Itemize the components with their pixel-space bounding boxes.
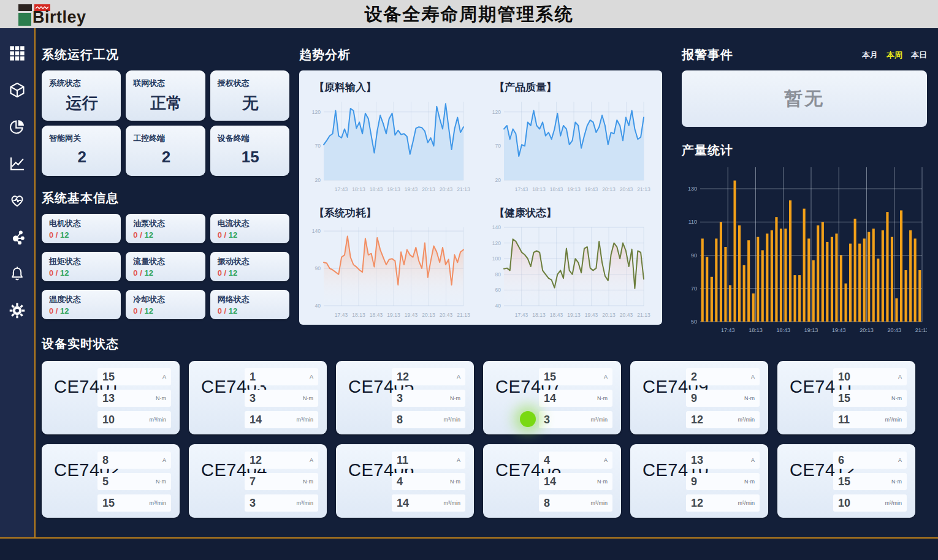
device-metric-value: 9 (691, 392, 697, 405)
chart-power: 409014017:4318:1318:4319:1319:4320:1320:… (304, 221, 471, 322)
trend-chart-title: 【系统功耗】 (314, 206, 481, 220)
device-metric-row: 14N·m (539, 473, 612, 490)
status-card-value: 无 (218, 93, 283, 114)
device-metric-unit: m³/min (297, 500, 314, 506)
alarm-tab-week[interactable]: 本周 (887, 50, 902, 61)
page-title: 设备全寿命周期管理系统 (0, 0, 938, 28)
device-card-CE7411[interactable]: CE741110A15N·m11m³/min (777, 361, 915, 434)
trend-chart-health: 【健康状态】40608010012014017:4318:1318:4319:1… (481, 199, 661, 324)
device-card-CE7409[interactable]: CE74092A9N·m12m³/min (630, 361, 768, 434)
info-card-counts: 0 / 12 (218, 268, 283, 278)
svg-text:20:43: 20:43 (620, 186, 633, 192)
alarm-tab-month[interactable]: 本月 (862, 50, 878, 61)
device-metric-row: 6A (833, 452, 907, 469)
info-card-bad-count: 0 / (218, 268, 229, 278)
info-card-counts: 0 / 12 (133, 306, 199, 316)
device-card-CE7407[interactable]: CE740715A14N·m3m³/min (483, 361, 621, 434)
info-card-total-count: 12 (60, 306, 69, 316)
device-metric-unit: A (898, 374, 902, 380)
device-card-CE7402[interactable]: CE74028A5N·m15m³/min (42, 444, 180, 518)
alarm-tab-day[interactable]: 本日 (911, 50, 927, 61)
gear-icon (9, 302, 26, 319)
footer-strip (0, 539, 938, 560)
device-metric-unit: A (162, 457, 166, 463)
sidebar-item-network[interactable] (7, 227, 28, 248)
device-card-CE7404[interactable]: CE740412A7N·m3m³/min (189, 444, 327, 518)
trend-chart-raw-input: 【原料输入】207012017:4318:1318:4319:1319:4320… (300, 73, 481, 199)
device-metrics: 4A14N·m8m³/min (539, 452, 612, 512)
device-metric-value: 7 (250, 475, 256, 488)
device-metric-value: 13 (691, 454, 703, 467)
device-metric-value: 12 (691, 497, 703, 510)
device-metric-row: 12A (245, 452, 318, 469)
trend-chart-canvas: 207012017:4318:1318:4319:1319:4320:1320:… (304, 96, 481, 199)
grid-icon (9, 45, 26, 62)
device-metric-row: 9N·m (686, 473, 760, 490)
device-metric-unit: A (162, 374, 166, 380)
svg-text:130: 130 (688, 186, 697, 192)
svg-text:20: 20 (315, 177, 321, 183)
device-metric-row: 14N·m (539, 390, 612, 407)
device-metrics: 10A15N·m11m³/min (833, 368, 907, 428)
status-card-value: 运行 (49, 93, 115, 114)
alarm-title: 报警事件 (682, 47, 733, 63)
device-metrics: 13A9N·m12m³/min (686, 452, 760, 512)
info-card-torque: 扭矩状态0 / 12 (42, 252, 121, 281)
info-card-counts: 0 / 12 (218, 306, 283, 316)
device-metric-row: 4N·m (392, 473, 465, 490)
sidebar-item-trend[interactable] (7, 153, 28, 174)
device-card-CE7410[interactable]: CE741013A9N·m12m³/min (630, 444, 768, 518)
device-metric-value: 3 (544, 414, 550, 426)
sidebar-item-apps[interactable] (7, 43, 28, 64)
device-metric-unit: N·m (597, 395, 608, 401)
status-card-network-status: 联网状态正常 (126, 70, 205, 121)
sidebar-item-model[interactable] (7, 80, 28, 100)
device-metric-value: 4 (397, 475, 403, 488)
info-card-counts: 0 / 12 (49, 230, 115, 240)
trend-chart-title: 【原料输入】 (314, 80, 481, 94)
device-metric-value: 4 (544, 454, 550, 467)
device-metric-row: 8A (97, 452, 171, 469)
device-metric-unit: N·m (597, 479, 608, 485)
alarm-tabs: 本月本周本日 (862, 50, 927, 61)
device-card-CE7406[interactable]: CE740611A4N·m14m³/min (336, 444, 474, 518)
svg-text:18:43: 18:43 (776, 327, 790, 333)
device-metric-row: 15N·m (833, 390, 907, 407)
device-metric-value: 2 (691, 371, 697, 384)
alarm-empty-text: 暂无 (784, 86, 825, 112)
trend-chart-product-quality: 【产品质量】207012017:4318:1318:4319:1319:4320… (481, 73, 661, 199)
sidebar-item-alerts[interactable] (7, 263, 28, 284)
device-card-CE7412[interactable]: CE74126A15N·m10m³/min (777, 444, 915, 518)
info-card-counts: 0 / 12 (49, 306, 115, 316)
status-card-value: 15 (218, 148, 283, 167)
trend-chart-canvas: 40608010012014017:4318:1318:4319:1319:43… (484, 221, 661, 324)
device-card-CE7408[interactable]: CE74084A14N·m8m³/min (483, 444, 621, 518)
device-metric-value: 14 (544, 475, 556, 488)
info-card-net: 网络状态0 / 12 (210, 290, 289, 319)
section-alarm: 报警事件 本月本周本日 暂无 (682, 47, 927, 127)
svg-text:19:43: 19:43 (405, 312, 418, 318)
device-card-CE7401[interactable]: CE740115A13N·m10m³/min (42, 361, 180, 434)
trend-chart-power: 【系统功耗】409014017:4318:1318:4319:1319:4320… (300, 199, 481, 324)
sidebar-item-health[interactable] (7, 190, 28, 211)
trend-chart-canvas: 409014017:4318:1318:4319:1319:4320:1320:… (304, 221, 481, 324)
sidebar-item-pie[interactable] (7, 116, 28, 137)
svg-text:120: 120 (492, 240, 501, 246)
alarm-empty-card: 暂无 (682, 70, 927, 127)
info-card-counts: 0 / 12 (49, 268, 115, 278)
svg-text:21:13: 21:13 (457, 186, 470, 192)
info-card-label: 温度状态 (49, 294, 115, 305)
svg-text:100: 100 (492, 255, 501, 262)
status-card-label: 工控终端 (133, 133, 199, 144)
svg-text:19:43: 19:43 (832, 327, 846, 333)
info-card-bad-count: 0 / (49, 230, 60, 240)
device-card-CE7405[interactable]: CE740512A3N·m8m³/min (336, 361, 474, 434)
sidebar-item-settings[interactable] (7, 300, 28, 321)
line-chart-icon (9, 155, 26, 172)
info-card-total-count: 12 (229, 230, 237, 240)
device-metric-unit: A (751, 457, 755, 463)
device-metrics: 15A13N·m10m³/min (97, 368, 171, 428)
basic-info-title: 系统基本信息 (42, 190, 289, 206)
status-card-value: 正常 (133, 93, 199, 114)
device-card-CE7403[interactable]: CE74031A3N·m14m³/min (189, 361, 327, 434)
